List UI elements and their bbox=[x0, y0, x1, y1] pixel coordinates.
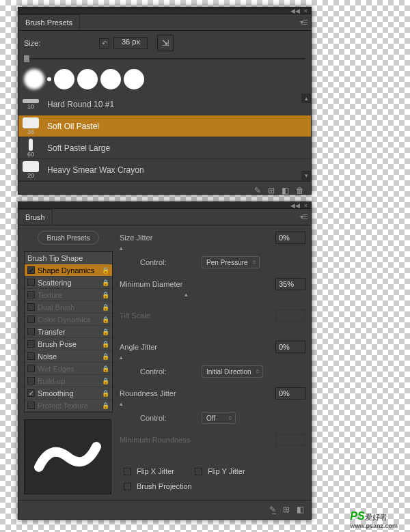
option-label: Build-up bbox=[38, 377, 65, 385]
option-transfer[interactable]: Transfer🔒 bbox=[25, 326, 112, 338]
option-dual-brush[interactable]: Dual Brush🔒 bbox=[25, 301, 112, 313]
size-jitter-value[interactable]: 0% bbox=[275, 232, 305, 244]
angle-jitter-label: Angle Jitter bbox=[120, 343, 202, 351]
trash-icon[interactable]: 🗑 bbox=[296, 186, 304, 195]
panel-titlebar[interactable]: ◀◀ × bbox=[18, 8, 311, 14]
new-icon[interactable]: ◧ bbox=[297, 505, 304, 514]
option-texture[interactable]: Texture🔒 bbox=[25, 289, 112, 301]
brush-engine-icon[interactable]: ✎̲ bbox=[254, 186, 261, 195]
lock-icon[interactable]: 🔒 bbox=[102, 378, 109, 384]
roundness-control-dropdown[interactable]: Off bbox=[202, 412, 236, 424]
lock-icon[interactable]: 🔒 bbox=[102, 402, 109, 409]
size-slider[interactable] bbox=[18, 55, 311, 65]
brush-name: Heavy Smear Wax Crayon bbox=[43, 165, 304, 175]
lock-icon[interactable]: 🔒 bbox=[102, 292, 109, 298]
lock-icon[interactable]: 🔒 bbox=[102, 353, 109, 360]
lock-icon[interactable]: 🔒 bbox=[102, 304, 109, 311]
brush-engine-icon[interactable]: ✎̲ bbox=[269, 505, 276, 514]
option-protect-texture[interactable]: Protect Texture🔒 bbox=[25, 400, 112, 412]
reset-size-icon[interactable]: ↶ bbox=[99, 38, 109, 48]
checkbox-icon[interactable] bbox=[27, 340, 35, 348]
brush-presets-button[interactable]: Brush Presets bbox=[38, 231, 99, 244]
option-label: Smoothing bbox=[38, 389, 74, 397]
scroll-up-icon[interactable]: ▴ bbox=[301, 94, 311, 103]
lock-icon[interactable]: 🔒 bbox=[102, 267, 109, 274]
tab-bar: Brush Presets ▾☰ bbox=[18, 14, 311, 31]
min-diameter-value[interactable]: 35% bbox=[275, 278, 305, 290]
option-shape-dynamics[interactable]: Shape Dynamics🔒 bbox=[25, 264, 112, 277]
checkbox-icon[interactable] bbox=[27, 352, 35, 360]
brush-preview-icon[interactable] bbox=[24, 69, 44, 89]
option-smoothing[interactable]: Smoothing🔒 bbox=[25, 387, 112, 400]
checkbox-icon[interactable] bbox=[27, 377, 35, 384]
checkbox-icon[interactable] bbox=[27, 291, 35, 298]
option-label: Color Dynamics bbox=[38, 316, 91, 324]
control-label: Control: bbox=[120, 414, 202, 422]
checkbox-icon[interactable] bbox=[27, 402, 35, 409]
flip-y-checkbox[interactable]: Flip Y Jitter bbox=[195, 467, 245, 475]
brush-name: Soft Oil Pastel bbox=[43, 122, 304, 131]
checkbox-icon[interactable] bbox=[27, 279, 35, 286]
lock-icon[interactable]: 🔒 bbox=[102, 390, 109, 397]
brush-row[interactable]: ▾ 20 Heavy Smear Wax Crayon bbox=[18, 159, 311, 181]
lock-icon[interactable]: 🔒 bbox=[102, 316, 109, 323]
option-scattering[interactable]: Scattering🔒 bbox=[25, 277, 112, 289]
size-jitter-label: Size Jitter bbox=[120, 234, 202, 242]
panel-titlebar[interactable]: ◀◀ × bbox=[18, 202, 311, 209]
checkbox-icon[interactable] bbox=[27, 389, 35, 397]
option-brush-pose[interactable]: Brush Pose🔒 bbox=[25, 338, 112, 350]
flyout-menu-icon[interactable]: ▾☰ bbox=[300, 213, 307, 221]
option-noise[interactable]: Noise🔒 bbox=[25, 350, 112, 363]
checkbox-icon[interactable] bbox=[27, 303, 35, 311]
lock-icon[interactable]: 🔒 bbox=[102, 341, 109, 348]
checkbox-icon[interactable] bbox=[27, 266, 35, 274]
brush-projection-checkbox[interactable]: Brush Projection bbox=[124, 482, 192, 490]
brush-presets-panel: ◀◀ × Brush Presets ▾☰ Size: ↶ 36 px ⇲ ▴ … bbox=[18, 7, 312, 195]
collapse-icon[interactable]: ◀◀ bbox=[290, 202, 300, 209]
lock-icon[interactable]: 🔒 bbox=[102, 279, 109, 286]
checkbox-icon[interactable] bbox=[27, 328, 35, 335]
close-icon[interactable]: × bbox=[304, 8, 308, 14]
brush-preview-icon[interactable] bbox=[100, 69, 121, 89]
option-brush-tip-shape[interactable]: Brush Tip Shape bbox=[25, 252, 112, 264]
toggle-view-icon[interactable]: ⇲ bbox=[157, 35, 174, 51]
save-preset-icon[interactable]: ⊞ bbox=[268, 186, 275, 195]
tab-brush[interactable]: Brush bbox=[18, 209, 53, 225]
brush-row[interactable]: 36 Soft Oil Pastel bbox=[18, 115, 311, 137]
option-build-up[interactable]: Build-up🔒 bbox=[25, 375, 112, 387]
tilt-scale-label: Tilt Scale bbox=[120, 311, 202, 320]
size-label: Size: bbox=[24, 39, 40, 47]
brush-preview-icon[interactable] bbox=[47, 77, 51, 81]
save-preset-icon[interactable]: ⊞ bbox=[283, 505, 290, 514]
size-control-dropdown[interactable]: Pen Pressure bbox=[202, 256, 260, 268]
checkbox-icon[interactable] bbox=[27, 365, 35, 372]
close-icon[interactable]: × bbox=[304, 202, 308, 209]
flip-x-checkbox[interactable]: Flip X Jitter bbox=[124, 467, 174, 475]
brush-row[interactable]: ▴ 10 Hard Round 10 #1 bbox=[18, 94, 311, 115]
lock-icon[interactable]: 🔒 bbox=[102, 365, 109, 372]
brush-preview-icon[interactable] bbox=[77, 69, 98, 89]
angle-jitter-value[interactable]: 0% bbox=[275, 341, 305, 353]
flyout-menu-icon[interactable]: ▾☰ bbox=[300, 18, 307, 26]
angle-jitter-slider[interactable]: ▴ bbox=[120, 355, 305, 362]
collapse-icon[interactable]: ◀◀ bbox=[290, 8, 300, 14]
min-diameter-label: Minimum Diameter bbox=[120, 280, 202, 288]
roundness-jitter-value[interactable]: 0% bbox=[275, 387, 305, 400]
size-jitter-slider[interactable]: ▴ bbox=[120, 246, 305, 253]
min-diameter-slider[interactable]: ▴ bbox=[120, 292, 305, 299]
roundness-jitter-label: Roundness Jitter bbox=[120, 389, 202, 397]
angle-control-dropdown[interactable]: Initial Direction bbox=[202, 365, 263, 378]
roundness-jitter-slider[interactable]: ▴ bbox=[120, 402, 305, 408]
min-roundness-value bbox=[275, 434, 305, 446]
option-wet-edges[interactable]: Wet Edges🔒 bbox=[25, 363, 112, 375]
new-icon[interactable]: ◧ bbox=[282, 186, 289, 195]
brush-row[interactable]: 60 Soft Pastel Large bbox=[18, 137, 311, 159]
size-input[interactable]: 36 px bbox=[113, 37, 148, 49]
tab-brush-presets[interactable]: Brush Presets bbox=[18, 14, 80, 30]
scroll-down-icon[interactable]: ▾ bbox=[301, 171, 311, 180]
checkbox-icon[interactable] bbox=[27, 316, 35, 323]
brush-preview-icon[interactable] bbox=[124, 69, 144, 89]
brush-preview-icon[interactable] bbox=[54, 69, 74, 89]
lock-icon[interactable]: 🔒 bbox=[102, 328, 109, 335]
option-color-dynamics[interactable]: Color Dynamics🔒 bbox=[25, 313, 112, 326]
